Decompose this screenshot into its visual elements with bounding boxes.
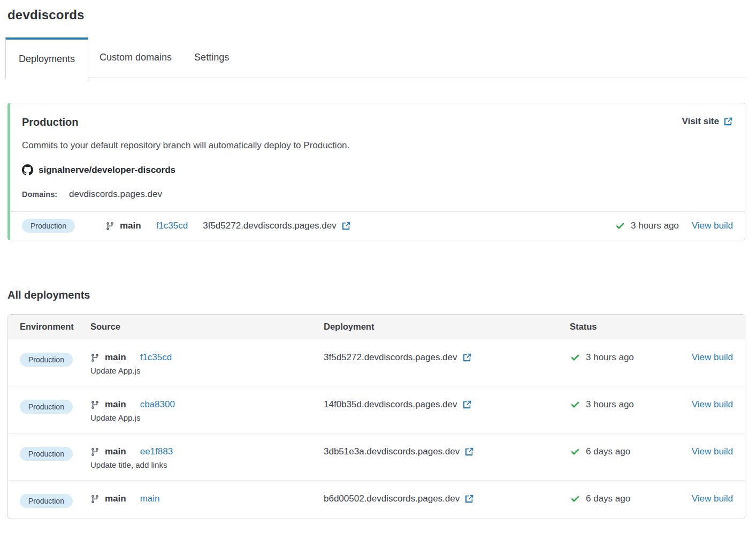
- column-header-deployment: Deployment: [324, 322, 570, 332]
- deployment-url: 3f5d5272.devdiscords.pages.dev: [203, 221, 337, 231]
- branch-name: main: [105, 493, 126, 504]
- column-header-environment: Environment: [20, 322, 90, 332]
- tab-bar: Deployments Custom domains Settings: [5, 37, 745, 78]
- column-header-source: Source: [90, 322, 324, 332]
- commit-message: Update App.js: [90, 366, 324, 375]
- environment-badge: Production: [20, 400, 73, 414]
- view-build-link[interactable]: View build: [692, 446, 733, 457]
- status-time: 6 days ago: [586, 446, 630, 457]
- pages-project-page: devdiscords Deployments Custom domains S…: [0, 0, 756, 519]
- commit-link[interactable]: f1c35cd: [156, 221, 188, 231]
- tab-deployments[interactable]: Deployments: [5, 37, 88, 79]
- view-build-link[interactable]: View build: [692, 493, 733, 504]
- latest-deployment-row: Production main f1c35cd 3f5d5272.devdisc…: [10, 211, 745, 240]
- commit-link[interactable]: f1c35cd: [140, 352, 172, 363]
- domains-value: devdiscords.pages.dev: [69, 189, 162, 200]
- external-link-icon[interactable]: [462, 400, 472, 409]
- check-icon: [570, 446, 581, 457]
- status-time: 3 hours ago: [631, 221, 679, 231]
- column-header-status: Status: [570, 322, 682, 332]
- domains-label: Domains:: [22, 190, 57, 199]
- tab-label: Settings: [194, 52, 229, 63]
- git-branch-icon: [90, 400, 100, 409]
- repo-name: signalnerve/developer-discords: [39, 165, 175, 176]
- git-branch-icon: [105, 222, 114, 231]
- view-build-link[interactable]: View build: [692, 352, 733, 362]
- visit-site-link[interactable]: Visit site: [682, 116, 733, 127]
- table-row: Production main cba8300 Update App.js 14…: [8, 386, 745, 434]
- status-time: 6 days ago: [586, 493, 630, 504]
- deployment-url: 14f0b35d.devdiscords.pages.dev: [324, 399, 457, 410]
- tab-label: Custom domains: [100, 52, 172, 63]
- deployments-rows: Production main f1c35cd Update App.js 3f…: [8, 339, 745, 519]
- tab-settings[interactable]: Settings: [183, 37, 240, 78]
- tab-custom-domains[interactable]: Custom domains: [88, 37, 183, 78]
- external-link-icon[interactable]: [464, 447, 474, 457]
- commit-link[interactable]: ee1f883: [140, 446, 173, 457]
- status-time: 3 hours ago: [586, 399, 634, 410]
- production-card-title: Production: [22, 116, 79, 128]
- github-icon: [22, 164, 33, 176]
- deployments-table: Environment Source Deployment Status Pro…: [7, 314, 745, 519]
- status-time: 3 hours ago: [586, 352, 634, 363]
- table-row: Production main f1c35cd Update App.js 3f…: [8, 339, 745, 386]
- git-branch-icon: [90, 353, 100, 362]
- external-link-icon[interactable]: [462, 353, 472, 362]
- view-build-link[interactable]: View build: [692, 399, 733, 409]
- commit-link[interactable]: cba8300: [140, 399, 175, 410]
- all-deployments-title: All deployments: [7, 289, 745, 301]
- environment-badge: Production: [20, 447, 73, 461]
- commit-message: Update title, add links: [90, 460, 324, 469]
- view-build-link[interactable]: View build: [692, 221, 733, 231]
- external-link-icon: [723, 117, 733, 126]
- deployment-url: 3f5d5272.devdiscords.pages.dev: [324, 352, 457, 363]
- branch-name: main: [105, 446, 126, 457]
- check-icon: [570, 352, 581, 363]
- git-branch-icon: [90, 447, 100, 457]
- check-icon: [570, 399, 581, 410]
- table-header: Environment Source Deployment Status: [8, 315, 745, 339]
- page-title: devdiscords: [7, 7, 745, 22]
- check-icon: [615, 221, 625, 231]
- environment-badge: Production: [20, 353, 73, 367]
- commit-message: Update App.js: [90, 413, 324, 422]
- external-link-icon[interactable]: [464, 494, 474, 504]
- visit-site-label: Visit site: [682, 116, 719, 127]
- repo-link[interactable]: signalnerve/developer-discords: [22, 164, 733, 176]
- table-row: Production main main b6d00502.devdiscord…: [8, 481, 745, 519]
- branch-name: main: [120, 221, 141, 231]
- tab-label: Deployments: [19, 54, 75, 65]
- environment-badge: Production: [22, 219, 75, 233]
- environment-badge: Production: [20, 494, 73, 508]
- production-card: Production Visit site Commits to your de…: [7, 103, 745, 240]
- table-row: Production main ee1f883 Update title, ad…: [8, 434, 745, 481]
- deployment-url: 3db51e3a.devdiscords.pages.dev: [324, 446, 460, 457]
- check-icon: [570, 493, 581, 504]
- external-link-icon[interactable]: [341, 221, 351, 231]
- production-card-description: Commits to your default repository branc…: [22, 140, 733, 151]
- commit-link[interactable]: main: [140, 493, 160, 504]
- branch-name: main: [105, 352, 126, 363]
- git-branch-icon: [90, 495, 100, 504]
- branch-name: main: [105, 399, 126, 410]
- deployment-url: b6d00502.devdiscords.pages.dev: [324, 493, 460, 504]
